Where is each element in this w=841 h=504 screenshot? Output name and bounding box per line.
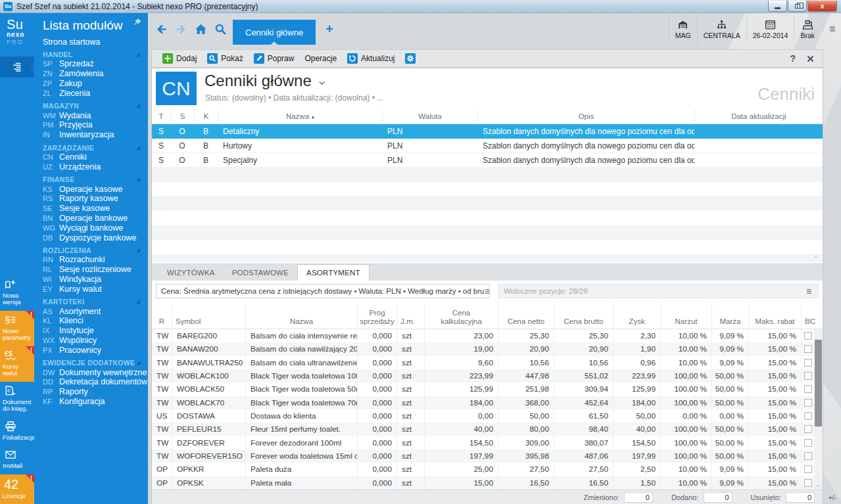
sidebar-item-raporty[interactable]: RPRaporty xyxy=(43,387,148,397)
sidebar-item-windykacja[interactable]: WIWindykacja xyxy=(43,275,148,285)
column-header-nazwa[interactable]: Nazwa xyxy=(245,302,357,329)
assortment-row[interactable]: TWWOFOREVER15OForever woda toaletowa 15m… xyxy=(152,449,814,463)
module-section-ewidencje-dodatkowe[interactable]: EWIDENCJE DODATKOWE xyxy=(43,358,148,367)
column-header-symbol[interactable]: Symbol xyxy=(172,302,245,329)
bc-checkbox[interactable] xyxy=(804,412,812,420)
module-section-zarza-dzanie[interactable]: ZARZĄDZANIE xyxy=(43,143,148,152)
sidebar-item-kursy-walut[interactable]: EYKursy walut xyxy=(43,284,148,294)
sidebar-item-sesje-kasowe[interactable]: SESesje kasowe xyxy=(43,204,148,214)
module-list-toggle[interactable] xyxy=(0,57,34,78)
rail-item-kursy-walut[interactable]: !€$Kursy walut xyxy=(0,346,34,382)
search-icon[interactable] xyxy=(214,23,227,35)
sidebar-item-sesje-rozliczeniowe[interactable]: RLSesje rozliczeniowe xyxy=(43,265,148,275)
toolbar-button-popraw[interactable]: Popraw xyxy=(249,51,300,66)
module-section-finanse[interactable]: FINANSE xyxy=(43,175,148,184)
column-header-narzut[interactable]: Narzut xyxy=(660,302,711,329)
assortment-row[interactable]: TWDZFOREVERForever dezodorant 100ml0,000… xyxy=(152,436,814,449)
close-view-icon[interactable] xyxy=(806,55,815,63)
column-header-zysk[interactable]: Zysk xyxy=(613,302,660,329)
assortment-row[interactable]: USDOSTAWADostawa do klienta0,000szt0,005… xyxy=(152,409,814,423)
sidebar-item-przyje-cia[interactable]: PMPrzyjęcia xyxy=(43,120,148,130)
column-header-t[interactable]: T xyxy=(152,109,170,124)
column-header-cena-brutto[interactable]: Cena brutto xyxy=(554,302,613,329)
column-header-j-m[interactable]: J.m. xyxy=(396,302,424,329)
context-button-26-02-2014[interactable]: 26-02-2014 xyxy=(746,13,794,45)
sidebar-item-dekretacja-dokumento-w[interactable]: DDDekretacja dokumentów xyxy=(43,377,148,387)
minimize-button[interactable] xyxy=(768,1,787,12)
assortment-row[interactable]: TWWOBLACK50Black Tiger woda toaletowa 50… xyxy=(152,382,814,396)
sidebar-item-zamo-wienia[interactable]: ZNZamówienia xyxy=(43,69,148,79)
column-header-k[interactable]: K xyxy=(194,109,218,124)
column-header-nazwa[interactable]: Nazwa▴ xyxy=(218,109,382,124)
bc-checkbox[interactable] xyxy=(804,372,812,380)
rail-item-fiskalizacja[interactable]: Fiskalizacja xyxy=(0,417,34,446)
price-list-row[interactable]: SOBHurtowyPLNSzablon danych domyślnych d… xyxy=(152,139,823,153)
price-filter-box[interactable]: Cena: Średnia arytmetyczna cena z istnie… xyxy=(156,284,490,298)
sidebar-item-raporty-kasowe[interactable]: RSRaporty kasowe xyxy=(43,194,148,204)
bc-checkbox[interactable] xyxy=(804,452,812,460)
bc-checkbox[interactable] xyxy=(804,385,812,393)
column-header-waluta[interactable]: Waluta xyxy=(382,109,477,124)
tab-podstawowe[interactable]: PODSTAWOWE xyxy=(224,264,297,281)
sidebar-item-wspo-lnicy[interactable]: WXWspólnicy xyxy=(43,336,148,346)
rail-item-nowa-wersja[interactable]: Nowa wersja xyxy=(0,275,34,311)
rail-item-insmail[interactable]: InsMail xyxy=(0,446,34,474)
sidebar-item-wydania[interactable]: WMWydania xyxy=(43,110,148,120)
bc-checkbox[interactable] xyxy=(804,465,812,473)
filter-summary[interactable]: Status: (dowolny) • Data aktualizacji: (… xyxy=(205,93,383,103)
visible-items-box[interactable]: Widoczne pozycje: 28/28 xyxy=(498,284,819,298)
column-header-data-aktualizacji[interactable]: Data aktualizacji xyxy=(694,109,823,124)
new-tab-button[interactable]: + xyxy=(325,22,333,35)
column-header-s[interactable]: S xyxy=(170,109,194,124)
price-list-row[interactable]: SOBDetalicznyPLNSzablon danych domyślnyc… xyxy=(152,124,823,139)
scroll-down-icon[interactable] xyxy=(813,254,819,259)
bc-checkbox[interactable] xyxy=(804,345,812,353)
help-button[interactable]: ? xyxy=(790,53,796,64)
sidebar-item-dokumenty-wewne-trzne[interactable]: DWDokumenty wewnętrzne xyxy=(43,367,148,377)
sidebar-item-asortyment[interactable]: ASAsortyment xyxy=(43,306,148,316)
assortment-row[interactable]: TWPEFLEUR15Fleur 15ml perfumy toalet.0,0… xyxy=(152,423,814,436)
bc-checkbox[interactable] xyxy=(804,399,812,407)
sidebar-item-dyspozycje-bankowe[interactable]: DBDyspozycje bankowe xyxy=(43,233,148,242)
close-button[interactable]: x xyxy=(807,1,837,12)
sidebar-item-start-page[interactable]: Strona startowa xyxy=(43,37,148,47)
tab-asortyment[interactable]: ASORTYMENT xyxy=(297,264,370,281)
tab-cenniki-glowne[interactable]: Cenniki główne xyxy=(233,20,316,45)
restore-button[interactable] xyxy=(788,1,807,12)
assortment-row[interactable]: TWWOBLACK100Black Tiger woda toaletowa 1… xyxy=(152,369,814,382)
sidebar-item-urza-dzenia[interactable]: UZUrządzenia xyxy=(43,162,148,172)
sidebar-item-instytucje[interactable]: IXInstytucje xyxy=(43,326,148,336)
rail-item-licencje[interactable]: !42Licencje xyxy=(0,474,34,504)
sidebar-item-cenniki[interactable]: CNCenniki xyxy=(43,152,148,162)
menu-icon[interactable] xyxy=(805,288,813,295)
context-button-mag[interactable]: MAG xyxy=(669,13,697,45)
column-header-bc[interactable]: BC xyxy=(801,302,819,329)
context-menu-button[interactable] xyxy=(823,25,841,33)
vertical-scrollbar[interactable] xyxy=(814,329,823,490)
toolbar-button-aktualizuj[interactable]: Aktualizuj xyxy=(342,51,400,66)
assortment-row[interactable]: TWWOBLACK70Black Tiger woda toaletowa 70… xyxy=(152,396,814,409)
tab-wizyto-wka[interactable]: WIZYTÓWKA xyxy=(158,264,224,281)
context-button-brak[interactable]: Brak xyxy=(794,13,821,45)
module-section-kartoteki[interactable]: KARTOTEKI xyxy=(43,297,148,306)
scrollbar-thumb[interactable] xyxy=(815,340,822,426)
rail-item-nowe-parametry[interactable]: !§Nowe parametry xyxy=(0,311,34,346)
column-header-marz-a[interactable]: Marża xyxy=(711,302,748,329)
rail-item-dokument-do-ksie-g[interactable]: 0Dokument do księg. xyxy=(0,382,34,417)
sidebar-item-sprzedaz[interactable]: SPSprzedaż xyxy=(43,59,148,69)
forward-arrow-icon[interactable] xyxy=(175,23,187,35)
column-header-cena-kalkulacyjna[interactable]: Cena kalkulacyjna xyxy=(424,302,498,329)
back-arrow-icon[interactable] xyxy=(155,23,168,35)
chevron-down-icon[interactable] xyxy=(318,79,326,87)
sidebar-item-inwentaryzacja[interactable]: INInwentaryzacja xyxy=(43,130,148,140)
sidebar-item-zakup[interactable]: ZPZakup xyxy=(43,79,148,89)
bc-checkbox[interactable] xyxy=(804,359,812,367)
bc-checkbox[interactable] xyxy=(804,479,812,487)
module-section-magazyn[interactable]: MAGAZYN xyxy=(43,101,148,110)
sidebar-item-klienci[interactable]: KLKlienci xyxy=(43,316,148,326)
toolbar-button-settings[interactable] xyxy=(400,51,421,66)
bc-checkbox[interactable] xyxy=(804,439,812,447)
home-icon[interactable] xyxy=(195,23,207,35)
module-section-handel[interactable]: HANDEL xyxy=(43,50,148,59)
column-header-maks-rabat[interactable]: Maks. rabat xyxy=(748,302,801,329)
